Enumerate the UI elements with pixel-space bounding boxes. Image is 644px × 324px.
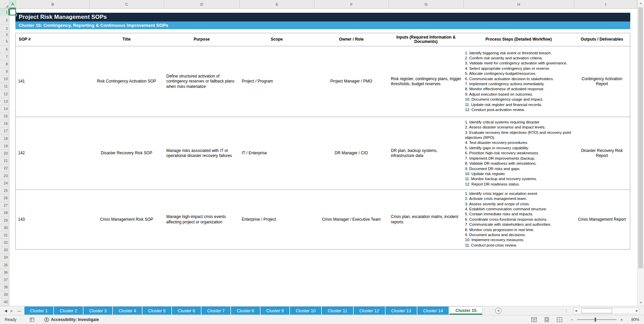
row-header-34[interactable]: 34 <box>0 254 9 261</box>
vertical-scrollbar-thumb[interactable] <box>638 7 643 268</box>
cell-process-steps[interactable]: 1. Identify triggering risk event or thr… <box>463 46 574 117</box>
column-title-1[interactable]: Title <box>89 33 164 46</box>
cell-sop-number[interactable]: 143 <box>16 190 89 249</box>
row-header-24[interactable]: 24 <box>0 179 9 187</box>
zoom-slider-thumb[interactable] <box>595 318 596 322</box>
column-header-A[interactable]: A <box>9 0 16 8</box>
column-title-0[interactable]: SOP # <box>16 33 89 46</box>
row-header-8[interactable]: 8 <box>0 60 9 68</box>
column-header-B[interactable]: B <box>16 0 90 8</box>
page-layout-view-icon[interactable] <box>544 317 549 322</box>
row-header-6[interactable]: 6 <box>0 46 9 53</box>
row-header-26[interactable]: 26 <box>0 194 9 202</box>
cell-process-steps[interactable]: 1. Identify crisis trigger or escalation… <box>463 190 574 249</box>
sheet-tab-cluster-13[interactable]: Cluster 13 <box>386 307 417 315</box>
cell-sop-number[interactable]: 141 <box>16 46 89 117</box>
column-title-4[interactable]: Owner / Role <box>314 33 389 46</box>
row-header-25[interactable]: 25 <box>0 187 9 194</box>
row-header-39[interactable]: 39 <box>0 291 9 299</box>
zoom-level[interactable]: 80% <box>628 317 639 322</box>
row-header-13[interactable]: 13 <box>0 98 9 105</box>
normal-view-icon[interactable] <box>531 317 537 322</box>
cell-sop-number[interactable]: 142 <box>16 117 89 190</box>
row-header-33[interactable]: 33 <box>0 247 9 254</box>
cell-purpose[interactable]: Manage risks associated with IT or opera… <box>164 117 239 190</box>
row-header-17[interactable]: 17 <box>0 127 9 135</box>
column-title-2[interactable]: Purpose <box>164 33 239 46</box>
horizontal-scrollbar-thumb[interactable] <box>581 308 612 313</box>
zoom-slider[interactable] <box>577 319 617 320</box>
active-cell-a1[interactable] <box>9 9 16 15</box>
sheet-tab-cluster-10[interactable]: Cluster 10 <box>290 307 321 315</box>
column-header-D[interactable]: D <box>164 0 240 8</box>
column-header-H[interactable]: H <box>464 0 574 8</box>
scroll-right-icon[interactable]: ▶ <box>636 309 638 312</box>
cell-purpose[interactable]: Manage high-impact crisis events affecti… <box>164 190 239 249</box>
row-header-28[interactable]: 28 <box>0 209 9 217</box>
column-title-5[interactable]: Inputs (Required Information & Documents… <box>389 33 463 46</box>
column-header-F[interactable]: F <box>314 0 389 8</box>
row-header-1[interactable]: 1 <box>0 9 9 15</box>
row-header-4[interactable]: 4 <box>0 32 9 37</box>
cell-scope[interactable]: Project / Program <box>239 46 314 117</box>
row-header-3[interactable]: 3 <box>0 25 9 32</box>
row-header-23[interactable]: 23 <box>0 172 9 179</box>
column-header-I[interactable]: I <box>574 0 637 8</box>
new-sheet-button[interactable]: + <box>495 308 502 314</box>
tab-nav-left-icon[interactable]: ◀ <box>4 309 7 313</box>
horizontal-scrollbar[interactable]: ◀ ▶ <box>574 308 639 314</box>
cell-owner-role[interactable]: Project Manager / PMO <box>314 46 389 117</box>
zoom-out-button[interactable]: − <box>570 317 574 322</box>
row-header-22[interactable]: 22 <box>0 165 9 172</box>
row-header-12[interactable]: 12 <box>0 90 9 98</box>
cell-scope[interactable]: IT / Enterprise <box>239 117 314 190</box>
cell-owner-role[interactable]: Crisis Manager / Executive Team <box>314 190 389 249</box>
zoom-in-button[interactable]: + <box>619 317 624 322</box>
accessibility-status[interactable]: Accessibility: Investigate <box>44 317 99 322</box>
row-header-5[interactable]: 5 <box>0 37 9 46</box>
select-all-corner[interactable] <box>0 0 9 8</box>
row-header-37[interactable]: 37 <box>0 276 9 283</box>
row-header-18[interactable]: 18 <box>0 135 9 142</box>
row-header-10[interactable]: 10 <box>0 75 9 83</box>
row-header-35[interactable]: 35 <box>0 261 9 269</box>
sheet-tab-cluster-15[interactable]: Cluster 15 <box>449 307 482 315</box>
cell-outputs[interactable]: Contingency Activation Report <box>574 46 630 117</box>
row-header-32[interactable]: 32 <box>0 239 9 246</box>
row-header-36[interactable]: 36 <box>0 269 9 276</box>
row-header-40[interactable]: 40 <box>0 299 9 306</box>
scroll-up-icon[interactable]: ▲ <box>638 0 644 7</box>
scroll-left-icon[interactable]: ◀ <box>575 309 577 312</box>
tab-nav-right-icon[interactable]: ▶ <box>10 309 13 313</box>
column-header-C[interactable]: C <box>90 0 164 8</box>
row-header-30[interactable]: 30 <box>0 224 9 231</box>
row-header-27[interactable]: 27 <box>0 202 9 209</box>
page-break-preview-icon[interactable] <box>557 317 562 322</box>
sheet-tab-cluster-8[interactable]: Cluster 8 <box>231 307 260 315</box>
cell-inputs[interactable]: Crisis plan, escalation matrix, incident… <box>389 190 463 249</box>
cell-title[interactable]: Risk Contingency Activation SOP <box>89 46 164 117</box>
sheet-tab-cluster-12[interactable]: Cluster 12 <box>354 307 385 315</box>
cell-outputs[interactable]: Disaster Recovery Risk Report <box>574 117 630 190</box>
cell-inputs[interactable]: Risk register, contingency plans, trigge… <box>389 46 463 117</box>
column-header-E[interactable]: E <box>240 0 314 8</box>
row-header-2[interactable]: 2 <box>0 15 9 25</box>
sheet-tab-cluster-3[interactable]: Cluster 3 <box>83 307 112 315</box>
row-header-14[interactable]: 14 <box>0 105 9 112</box>
sheet-tab-cluster-9[interactable]: Cluster 9 <box>260 307 289 315</box>
cell-title[interactable]: Disaster Recovery Risk SOP <box>89 117 164 190</box>
macro-record-icon[interactable] <box>30 318 34 322</box>
row-header-29[interactable]: 29 <box>0 217 9 224</box>
sheet-tab-cluster-5[interactable]: Cluster 5 <box>142 307 171 315</box>
row-header-38[interactable]: 38 <box>0 284 9 291</box>
row-header-15[interactable]: 15 <box>0 113 9 120</box>
sheet-tab-cluster-6[interactable]: Cluster 6 <box>172 307 201 315</box>
row-header-11[interactable]: 11 <box>0 83 9 90</box>
column-header-G[interactable]: G <box>389 0 464 8</box>
column-title-6[interactable]: Process Steps (Detailed Workflow) <box>463 33 574 46</box>
tab-options-icon[interactable]: ⋮ <box>564 308 569 313</box>
cell-title[interactable]: Crisis Management Risk SOP <box>89 190 164 249</box>
scroll-down-icon[interactable]: ▼ <box>638 299 644 306</box>
row-header-19[interactable]: 19 <box>0 142 9 150</box>
column-title-3[interactable]: Scope <box>239 33 314 46</box>
